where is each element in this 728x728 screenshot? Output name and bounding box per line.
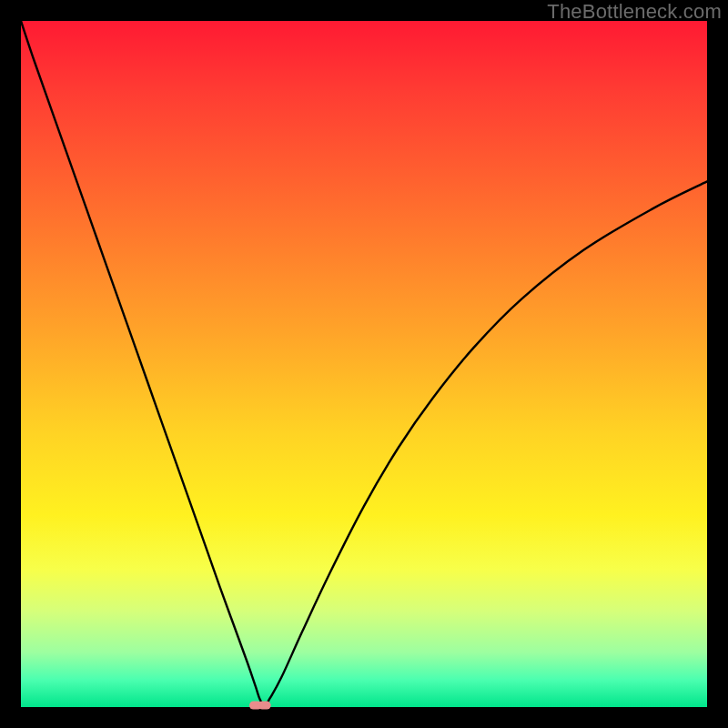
chart-frame	[21, 21, 707, 707]
bottleneck-curve	[21, 21, 707, 705]
dip-markers	[249, 702, 271, 710]
dip-marker-right	[258, 702, 271, 710]
chart-svg	[21, 21, 707, 707]
